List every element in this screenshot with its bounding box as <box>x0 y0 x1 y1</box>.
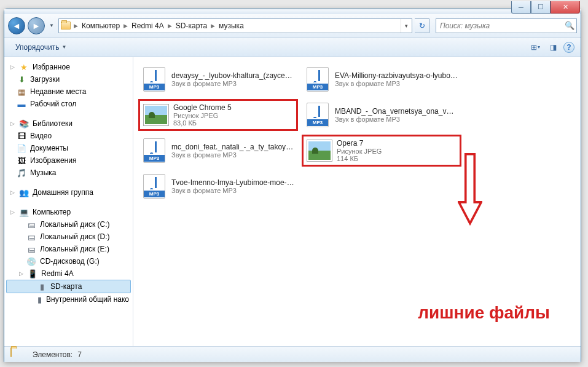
phone-icon: 📱 <box>28 269 37 278</box>
file-item[interactable]: Google Chrome 5 Рисунок JPEG 83,0 КБ <box>138 99 298 131</box>
cd-icon: 💿 <box>26 256 36 266</box>
mp3-icon <box>142 66 167 93</box>
drive-icon: 🖴 <box>26 244 36 254</box>
annotation-text: лишние файлы <box>418 303 550 323</box>
breadcrumb-computer[interactable]: Компьютер <box>79 22 122 30</box>
preview-pane-button[interactable]: ◨ <box>546 41 560 54</box>
sidebar-drive-e[interactable]: 🖴Локальный диск (E:) <box>4 243 133 255</box>
drive-icon: 🖴 <box>26 232 36 242</box>
homegroup-icon: 👥 <box>19 187 29 197</box>
sidebar-music[interactable]: 🎵Музыка <box>4 167 133 179</box>
organize-button[interactable]: Упорядочить ▼ <box>10 41 71 54</box>
file-type: Звук в формате MP3 <box>171 151 294 159</box>
back-button[interactable]: ◄ <box>8 17 25 34</box>
organize-label: Упорядочить <box>15 43 59 52</box>
sidebar-drive-c[interactable]: 🖴Локальный диск (C:) <box>4 218 133 231</box>
file-type: Рисунок JPEG <box>173 112 292 119</box>
video-icon: 🎞 <box>17 131 26 141</box>
star-icon: ★ <box>19 62 29 72</box>
file-size: 114 КБ <box>337 155 456 162</box>
mp3-icon <box>305 66 330 93</box>
desktop-icon: ▬ <box>17 99 26 109</box>
file-size: 83,0 КБ <box>173 119 292 127</box>
file-item[interactable]: EVA-Milliony-razbivayutsya-o-lyubov_(muz… <box>302 63 461 95</box>
sidebar-documents[interactable]: 📄Документы <box>4 142 133 154</box>
mp3-icon <box>142 173 167 200</box>
file-type: Рисунок JPEG <box>337 148 456 155</box>
chevron-right-icon[interactable]: ▶ <box>210 23 216 29</box>
file-name: mc_doni_feat._natali_-_a_ty_takoy_muzhch… <box>171 143 294 151</box>
jpg-icon <box>307 137 332 164</box>
sidebar-recent[interactable]: ▦Недавние места <box>4 85 133 98</box>
file-name: Tvoe-Imenno-Imya-Lyubimoe-moe-i-nepobedi… <box>171 178 294 187</box>
nav-history-dropdown[interactable]: ▼ <box>47 20 56 32</box>
status-bar: Элементов: 7 <box>4 346 581 362</box>
file-type: Звук в формате MP3 <box>335 80 458 87</box>
picture-icon: 🖼 <box>17 156 26 165</box>
sidebar-downloads[interactable]: ⬇Загрузки <box>4 73 133 85</box>
sidebar-desktop[interactable]: ▬Рабочий стол <box>4 98 133 110</box>
sidebar-internal[interactable]: ▮Внутренний общий нако <box>4 293 133 306</box>
minimize-button[interactable]: ─ <box>511 1 531 14</box>
file-item[interactable]: Tvoe-Imenno-Imya-Lyubimoe-moe-i-nepobedi… <box>138 170 298 202</box>
file-type: Звук в формате MP3 <box>335 116 458 123</box>
file-type: Звук в формате MP3 <box>171 187 294 194</box>
maximize-button[interactable]: ☐ <box>531 1 551 14</box>
chevron-right-icon[interactable]: ▶ <box>122 23 129 29</box>
jpg-icon <box>144 101 168 128</box>
chevron-down-icon: ▼ <box>61 44 66 50</box>
library-icon: 📚 <box>19 119 29 128</box>
download-icon: ⬇ <box>17 74 26 84</box>
search-box[interactable]: 🔍 <box>436 18 577 33</box>
chevron-right-icon[interactable]: ▶ <box>73 23 79 29</box>
homegroup-header[interactable]: ▷👥Домашняя группа <box>4 186 133 199</box>
recent-icon: ▦ <box>17 87 26 97</box>
file-item[interactable]: MBAND_-_Ona_vernetsya_ona_vernet_sya_ona… <box>302 99 461 131</box>
refresh-button[interactable]: ↻ <box>415 18 429 33</box>
status-count: 7 <box>77 350 82 359</box>
computer-header[interactable]: ▷💻Компьютер <box>4 206 133 218</box>
file-name: Opera 7 <box>337 139 456 148</box>
file-item[interactable]: Opera 7 Рисунок JPEG 114 КБ <box>302 135 461 167</box>
sidebar-videos[interactable]: 🎞Видео <box>4 130 133 142</box>
chevron-right-icon[interactable]: ▶ <box>167 23 173 29</box>
search-icon[interactable]: 🔍 <box>563 21 576 30</box>
breadcrumb-device[interactable]: Redmi 4A <box>129 22 167 30</box>
annotation-arrow <box>458 149 482 229</box>
libraries-header[interactable]: ▷📚Библиотеки <box>4 117 133 130</box>
search-input[interactable] <box>436 22 563 30</box>
file-name: devaysy_-_lyubov-khaltura_(zaycev.net) <box>171 71 294 80</box>
music-icon: 🎵 <box>17 168 26 178</box>
address-dropdown[interactable]: ▾ <box>401 19 412 33</box>
sidebar-redmi[interactable]: ▷📱Redmi 4A <box>4 267 133 280</box>
explorer-window: ─ ☐ ✕ ◄ ► ▼ ▶ Компьютер ▶ Redmi 4A ▶ SD-… <box>4 9 581 362</box>
document-icon: 📄 <box>17 143 26 153</box>
folder-icon <box>10 348 28 361</box>
breadcrumb-sd[interactable]: SD-карта <box>173 22 210 30</box>
sidebar-sdcard[interactable]: ▮SD-карта <box>6 280 131 293</box>
file-item[interactable]: mc_doni_feat._natali_-_a_ty_takoy_muzhch… <box>138 135 298 167</box>
close-button[interactable]: ✕ <box>551 1 580 14</box>
computer-icon: 💻 <box>19 207 29 217</box>
file-name: MBAND_-_Ona_vernetsya_ona_vernet_sya_ona… <box>335 107 458 116</box>
breadcrumb-folder[interactable]: музыка <box>216 22 246 30</box>
mp3-icon <box>305 101 330 128</box>
sidebar-pictures[interactable]: 🖼Изображения <box>4 154 133 167</box>
status-label: Элементов: <box>33 350 73 359</box>
forward-button[interactable]: ► <box>28 17 45 34</box>
file-list[interactable]: devaysy_-_lyubov-khaltura_(zaycev.net) З… <box>133 57 581 346</box>
file-name: EVA-Milliony-razbivayutsya-o-lyubov_(muz… <box>335 71 458 80</box>
storage-icon: ▮ <box>36 294 42 304</box>
view-options-button[interactable]: ⊞▼ <box>529 41 543 54</box>
sidebar-drive-d[interactable]: 🖴Локальный диск (D:) <box>4 231 133 243</box>
file-type: Звук в формате MP3 <box>171 80 294 87</box>
sidebar-cd-drive[interactable]: 💿CD-дисковод (G:) <box>4 255 133 267</box>
mp3-icon <box>142 137 167 164</box>
nav-bar: ◄ ► ▼ ▶ Компьютер ▶ Redmi 4A ▶ SD-карта … <box>4 14 581 37</box>
address-bar[interactable]: ▶ Компьютер ▶ Redmi 4A ▶ SD-карта ▶ музы… <box>58 18 412 33</box>
file-item[interactable]: devaysy_-_lyubov-khaltura_(zaycev.net) З… <box>138 63 298 95</box>
help-button[interactable]: ? <box>563 42 574 53</box>
favorites-header[interactable]: ▷★Избранное <box>4 61 133 73</box>
sdcard-icon: ▮ <box>37 282 47 291</box>
toolbar: Упорядочить ▼ ⊞▼ ◨ ? <box>4 37 581 57</box>
